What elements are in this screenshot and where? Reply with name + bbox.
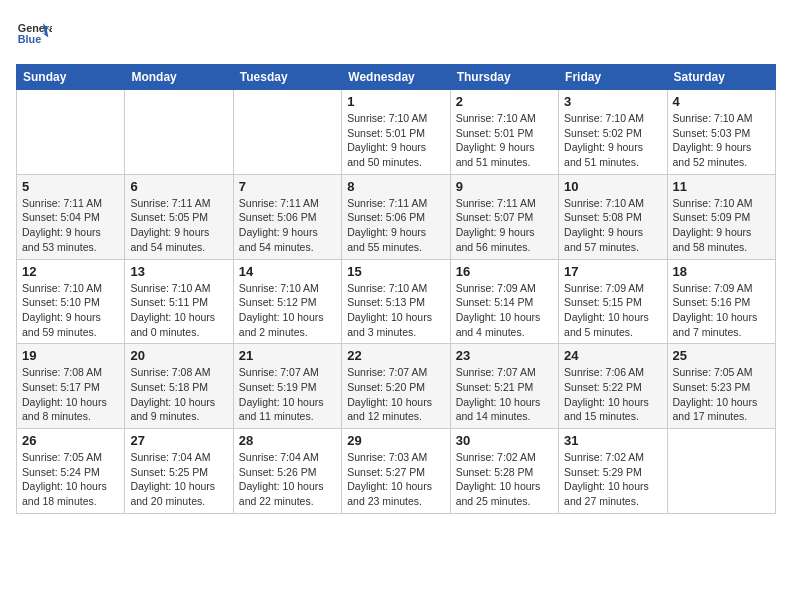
day-info: Sunrise: 7:10 AM Sunset: 5:01 PM Dayligh… [347, 111, 444, 170]
day-number: 23 [456, 348, 553, 363]
page-header: General Blue [16, 16, 776, 52]
day-info: Sunrise: 7:02 AM Sunset: 5:28 PM Dayligh… [456, 450, 553, 509]
calendar-cell: 30Sunrise: 7:02 AM Sunset: 5:28 PM Dayli… [450, 429, 558, 514]
day-number: 21 [239, 348, 336, 363]
day-number: 16 [456, 264, 553, 279]
calendar-cell: 3Sunrise: 7:10 AM Sunset: 5:02 PM Daylig… [559, 90, 667, 175]
day-info: Sunrise: 7:10 AM Sunset: 5:01 PM Dayligh… [456, 111, 553, 170]
day-number: 19 [22, 348, 119, 363]
dow-header-thursday: Thursday [450, 65, 558, 90]
day-number: 17 [564, 264, 661, 279]
day-number: 26 [22, 433, 119, 448]
dow-header-wednesday: Wednesday [342, 65, 450, 90]
calendar-cell: 26Sunrise: 7:05 AM Sunset: 5:24 PM Dayli… [17, 429, 125, 514]
calendar-cell: 7Sunrise: 7:11 AM Sunset: 5:06 PM Daylig… [233, 174, 341, 259]
calendar-cell: 9Sunrise: 7:11 AM Sunset: 5:07 PM Daylig… [450, 174, 558, 259]
day-info: Sunrise: 7:10 AM Sunset: 5:08 PM Dayligh… [564, 196, 661, 255]
day-number: 15 [347, 264, 444, 279]
calendar-cell: 31Sunrise: 7:02 AM Sunset: 5:29 PM Dayli… [559, 429, 667, 514]
day-number: 20 [130, 348, 227, 363]
day-number: 31 [564, 433, 661, 448]
calendar-cell: 6Sunrise: 7:11 AM Sunset: 5:05 PM Daylig… [125, 174, 233, 259]
day-number: 14 [239, 264, 336, 279]
day-number: 4 [673, 94, 770, 109]
calendar-cell: 20Sunrise: 7:08 AM Sunset: 5:18 PM Dayli… [125, 344, 233, 429]
week-row-3: 12Sunrise: 7:10 AM Sunset: 5:10 PM Dayli… [17, 259, 776, 344]
day-number: 13 [130, 264, 227, 279]
day-number: 3 [564, 94, 661, 109]
day-number: 22 [347, 348, 444, 363]
day-number: 29 [347, 433, 444, 448]
dow-header-sunday: Sunday [17, 65, 125, 90]
calendar-table: SundayMondayTuesdayWednesdayThursdayFrid… [16, 64, 776, 514]
day-info: Sunrise: 7:09 AM Sunset: 5:16 PM Dayligh… [673, 281, 770, 340]
dow-header-tuesday: Tuesday [233, 65, 341, 90]
calendar-cell: 24Sunrise: 7:06 AM Sunset: 5:22 PM Dayli… [559, 344, 667, 429]
day-info: Sunrise: 7:11 AM Sunset: 5:04 PM Dayligh… [22, 196, 119, 255]
calendar-cell [17, 90, 125, 175]
day-number: 5 [22, 179, 119, 194]
calendar-cell: 8Sunrise: 7:11 AM Sunset: 5:06 PM Daylig… [342, 174, 450, 259]
day-info: Sunrise: 7:11 AM Sunset: 5:06 PM Dayligh… [239, 196, 336, 255]
calendar-cell: 29Sunrise: 7:03 AM Sunset: 5:27 PM Dayli… [342, 429, 450, 514]
day-info: Sunrise: 7:10 AM Sunset: 5:11 PM Dayligh… [130, 281, 227, 340]
week-row-4: 19Sunrise: 7:08 AM Sunset: 5:17 PM Dayli… [17, 344, 776, 429]
day-number: 9 [456, 179, 553, 194]
day-info: Sunrise: 7:07 AM Sunset: 5:20 PM Dayligh… [347, 365, 444, 424]
day-info: Sunrise: 7:04 AM Sunset: 5:25 PM Dayligh… [130, 450, 227, 509]
day-of-week-row: SundayMondayTuesdayWednesdayThursdayFrid… [17, 65, 776, 90]
day-info: Sunrise: 7:02 AM Sunset: 5:29 PM Dayligh… [564, 450, 661, 509]
day-number: 7 [239, 179, 336, 194]
day-info: Sunrise: 7:05 AM Sunset: 5:24 PM Dayligh… [22, 450, 119, 509]
day-number: 6 [130, 179, 227, 194]
day-number: 28 [239, 433, 336, 448]
calendar-cell: 28Sunrise: 7:04 AM Sunset: 5:26 PM Dayli… [233, 429, 341, 514]
calendar-cell: 19Sunrise: 7:08 AM Sunset: 5:17 PM Dayli… [17, 344, 125, 429]
calendar-cell: 15Sunrise: 7:10 AM Sunset: 5:13 PM Dayli… [342, 259, 450, 344]
dow-header-saturday: Saturday [667, 65, 775, 90]
calendar-cell: 21Sunrise: 7:07 AM Sunset: 5:19 PM Dayli… [233, 344, 341, 429]
day-info: Sunrise: 7:11 AM Sunset: 5:07 PM Dayligh… [456, 196, 553, 255]
day-number: 1 [347, 94, 444, 109]
day-number: 18 [673, 264, 770, 279]
day-info: Sunrise: 7:10 AM Sunset: 5:13 PM Dayligh… [347, 281, 444, 340]
day-number: 30 [456, 433, 553, 448]
dow-header-friday: Friday [559, 65, 667, 90]
day-number: 11 [673, 179, 770, 194]
calendar-cell: 4Sunrise: 7:10 AM Sunset: 5:03 PM Daylig… [667, 90, 775, 175]
calendar-cell: 22Sunrise: 7:07 AM Sunset: 5:20 PM Dayli… [342, 344, 450, 429]
logo-icon: General Blue [16, 16, 52, 52]
day-number: 25 [673, 348, 770, 363]
dow-header-monday: Monday [125, 65, 233, 90]
day-info: Sunrise: 7:04 AM Sunset: 5:26 PM Dayligh… [239, 450, 336, 509]
calendar-cell: 2Sunrise: 7:10 AM Sunset: 5:01 PM Daylig… [450, 90, 558, 175]
day-info: Sunrise: 7:08 AM Sunset: 5:17 PM Dayligh… [22, 365, 119, 424]
day-info: Sunrise: 7:09 AM Sunset: 5:15 PM Dayligh… [564, 281, 661, 340]
calendar-cell: 12Sunrise: 7:10 AM Sunset: 5:10 PM Dayli… [17, 259, 125, 344]
calendar-cell [233, 90, 341, 175]
day-number: 12 [22, 264, 119, 279]
calendar-cell: 5Sunrise: 7:11 AM Sunset: 5:04 PM Daylig… [17, 174, 125, 259]
calendar-cell [125, 90, 233, 175]
svg-text:Blue: Blue [18, 33, 41, 45]
calendar-cell: 23Sunrise: 7:07 AM Sunset: 5:21 PM Dayli… [450, 344, 558, 429]
day-number: 10 [564, 179, 661, 194]
calendar-cell: 16Sunrise: 7:09 AM Sunset: 5:14 PM Dayli… [450, 259, 558, 344]
day-info: Sunrise: 7:10 AM Sunset: 5:09 PM Dayligh… [673, 196, 770, 255]
day-info: Sunrise: 7:10 AM Sunset: 5:02 PM Dayligh… [564, 111, 661, 170]
day-info: Sunrise: 7:08 AM Sunset: 5:18 PM Dayligh… [130, 365, 227, 424]
calendar-cell: 10Sunrise: 7:10 AM Sunset: 5:08 PM Dayli… [559, 174, 667, 259]
logo: General Blue [16, 16, 52, 52]
day-info: Sunrise: 7:10 AM Sunset: 5:12 PM Dayligh… [239, 281, 336, 340]
calendar-cell: 13Sunrise: 7:10 AM Sunset: 5:11 PM Dayli… [125, 259, 233, 344]
day-info: Sunrise: 7:03 AM Sunset: 5:27 PM Dayligh… [347, 450, 444, 509]
calendar-cell: 1Sunrise: 7:10 AM Sunset: 5:01 PM Daylig… [342, 90, 450, 175]
calendar-cell: 25Sunrise: 7:05 AM Sunset: 5:23 PM Dayli… [667, 344, 775, 429]
day-info: Sunrise: 7:10 AM Sunset: 5:10 PM Dayligh… [22, 281, 119, 340]
day-info: Sunrise: 7:07 AM Sunset: 5:21 PM Dayligh… [456, 365, 553, 424]
day-info: Sunrise: 7:06 AM Sunset: 5:22 PM Dayligh… [564, 365, 661, 424]
day-info: Sunrise: 7:09 AM Sunset: 5:14 PM Dayligh… [456, 281, 553, 340]
calendar-cell: 14Sunrise: 7:10 AM Sunset: 5:12 PM Dayli… [233, 259, 341, 344]
day-info: Sunrise: 7:11 AM Sunset: 5:05 PM Dayligh… [130, 196, 227, 255]
day-info: Sunrise: 7:10 AM Sunset: 5:03 PM Dayligh… [673, 111, 770, 170]
